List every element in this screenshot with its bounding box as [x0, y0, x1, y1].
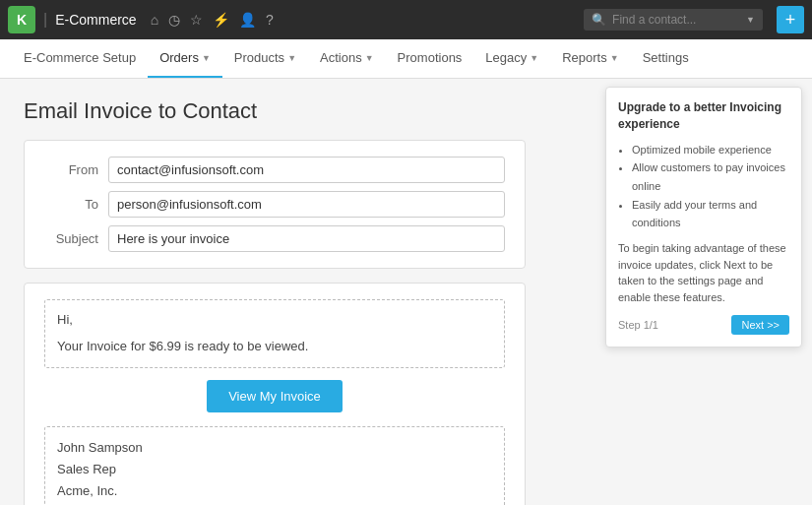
search-input[interactable] [612, 13, 740, 27]
subject-row: Subject [44, 225, 505, 252]
to-label: To [44, 197, 98, 212]
user-icon[interactable]: 👤 [239, 12, 256, 28]
search-area: 🔍 ▼ [584, 9, 763, 31]
legacy-chevron: ▼ [530, 53, 538, 63]
search-dropdown-icon[interactable]: ▼ [746, 15, 755, 25]
nav-reports[interactable]: Reports ▼ [550, 39, 630, 78]
upgrade-box-title: Upgrade to a better Invoicing experience [618, 99, 789, 133]
signature-company: Acme, Inc. [57, 480, 492, 502]
upgrade-benefits-list: Optimized mobile experience Allow custom… [632, 141, 789, 232]
nav-orders[interactable]: Orders ▼ [148, 39, 222, 78]
nav-actions[interactable]: Actions ▼ [308, 39, 386, 78]
upgrade-description: To begin taking advantage of these invoi… [618, 240, 789, 305]
greeting: Hi, [57, 310, 492, 331]
star-icon[interactable]: ☆ [190, 12, 203, 28]
email-form-card: From To Subject [24, 140, 526, 269]
upgrade-box-footer: Step 1/1 Next >> [618, 315, 789, 335]
subject-input[interactable] [108, 225, 505, 252]
upgrade-benefit-2: Allow customers to pay invoices online [632, 158, 789, 195]
hash-icon[interactable]: ⚡ [213, 12, 229, 28]
nav-products[interactable]: Products ▼ [222, 39, 308, 78]
actions-chevron: ▼ [365, 53, 374, 63]
from-input[interactable] [108, 157, 505, 183]
signature-title: Sales Rep [57, 459, 492, 480]
app-title: E-Commerce [55, 12, 136, 28]
email-body-card: Hi, Your Invoice for $6.99 is ready to b… [24, 283, 526, 505]
home-icon[interactable]: ⌂ [151, 12, 158, 28]
step-indicator: Step 1/1 [618, 319, 658, 331]
logo-letter: K [17, 12, 27, 28]
app-logo[interactable]: K [8, 6, 35, 33]
to-row: To [44, 191, 505, 218]
email-body-text: Hi, Your Invoice for $6.99 is ready to b… [44, 299, 505, 368]
upgrade-benefit-1: Optimized mobile experience [632, 141, 789, 159]
nav-settings[interactable]: Settings [631, 39, 701, 78]
nav-ecommerce-setup[interactable]: E-Commerce Setup [12, 39, 148, 78]
signature-name: John Sampson [57, 437, 492, 459]
clock-icon[interactable]: ◷ [168, 12, 180, 28]
secondary-navbar: E-Commerce Setup Orders ▼ Products ▼ Act… [0, 39, 812, 79]
invoice-message: Your Invoice for $6.99 is ready to be vi… [57, 337, 492, 357]
question-icon[interactable]: ? [266, 12, 274, 28]
top-nav-icons: ⌂ ◷ ☆ ⚡ 👤 ? [151, 12, 578, 28]
nav-divider: | [43, 11, 47, 29]
upgrade-tooltip-box: Upgrade to a better Invoicing experience… [605, 87, 802, 347]
nav-legacy[interactable]: Legacy ▼ [473, 39, 550, 78]
from-label: From [44, 162, 98, 177]
top-navbar: K | E-Commerce ⌂ ◷ ☆ ⚡ 👤 ? 🔍 ▼ + [0, 0, 812, 39]
signature-area: John Sampson Sales Rep Acme, Inc. [44, 426, 505, 505]
products-chevron: ▼ [287, 53, 296, 63]
orders-chevron: ▼ [202, 53, 211, 63]
to-input[interactable] [108, 191, 505, 218]
from-row: From [44, 157, 505, 183]
add-button[interactable]: + [777, 6, 804, 33]
nav-promotions[interactable]: Promotions [386, 39, 474, 78]
upgrade-benefit-3: Easily add your terms and conditions [632, 196, 789, 232]
search-icon: 🔍 [592, 13, 606, 27]
main-content: Email Invoice to Contact From To Subject… [0, 79, 812, 505]
view-invoice-button[interactable]: View My Invoice [207, 380, 343, 412]
subject-label: Subject [44, 231, 98, 246]
next-button[interactable]: Next >> [731, 315, 789, 335]
reports-chevron: ▼ [610, 53, 619, 63]
